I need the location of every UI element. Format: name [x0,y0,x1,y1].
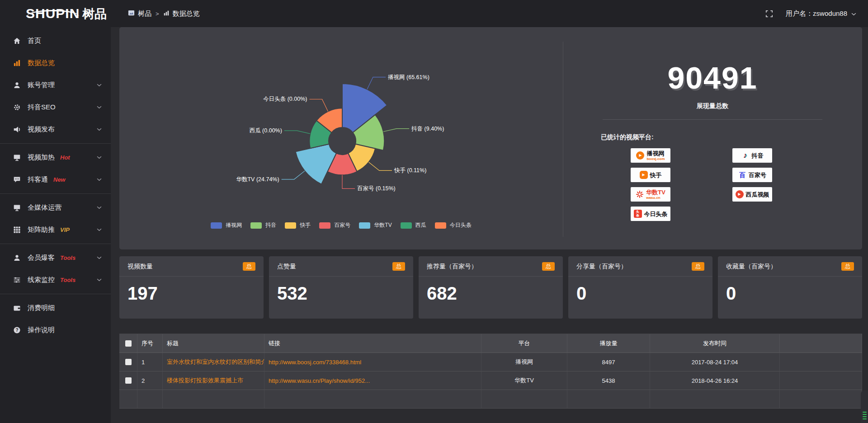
platform-subtext: wasu.cn [646,196,660,200]
pie-label-华数TV: 华数TV (24.74%) [236,176,279,183]
floating-widget[interactable] [861,390,868,423]
sidebar-item-首页[interactable]: 首页 [0,30,111,52]
select-all-checkbox[interactable] [125,340,132,347]
pie-slice-华数TV[interactable] [296,144,336,184]
legend-item-今日头条[interactable]: 今日头条 [435,221,472,229]
column-header: 序号 [137,334,163,353]
stat-card-header: 收藏量（百家号）总 [718,256,862,277]
stat-card-收藏量（百家号）: 收藏量（百家号）总0 [718,256,862,319]
legend-swatch [435,222,446,229]
legend-item-百家号[interactable]: 百家号 [319,221,350,229]
table-row: 2楼体投影灯投影效果震撼上市http://www.wasu.cn/Play/sh… [119,371,862,390]
sidebar-item-消费明细[interactable]: 消费明细 [0,297,111,319]
user-menu[interactable]: 用户名：zswodun88 [786,9,856,18]
legend-swatch [250,222,262,229]
platform-badge-grid: ▶播视网boosj.com♪抖音▶快手百百家号华数TVwasu.cn▶西瓜视频头… [631,148,862,221]
pie-label-播视网: 播视网 (65.61%) [388,74,429,80]
stat-card-header: 视频数量总 [119,256,264,277]
stat-card-label: 推荐量（百家号） [427,263,477,271]
sidebar-item-数据总览[interactable]: 数据总览 [0,52,111,74]
sidebar-item-label: 抖客通 [28,175,48,184]
sidebar-item-线索监控[interactable]: 线索监控Tools [0,269,111,291]
platform-badge-百家号: 百百家号 [732,168,772,182]
stat-card-label: 视频数量 [127,263,153,271]
breadcrumb-root[interactable]: 树品 [128,9,151,18]
label-line-百家号 [342,175,355,188]
table-row: 1室外水纹灯和室内水纹灯的区别和简介http://www.boosj.com/7… [119,353,862,371]
mini-chart-icon [163,10,170,18]
platform-badge-播视网: ▶播视网boosj.com [631,148,670,163]
cell-views: 8497 [567,353,650,371]
table-header-row: 序号标题链接平台播放量发布时间 [119,334,862,353]
platform-badge-抖音: ♪抖音 [732,148,772,163]
total-impressions-label: 展现量总数 [563,102,862,110]
breadcrumb-current[interactable]: 数据总览 [163,9,200,18]
cell-empty [567,390,650,409]
pie-label-百家号: 百家号 (0.15%) [357,185,396,192]
table-row-clipped [119,390,862,409]
legend-item-播视网[interactable]: 播视网 [211,221,242,229]
legend-item-抖音[interactable]: 抖音 [250,221,276,229]
total-badge: 总 [542,262,555,271]
legend-swatch [211,222,222,229]
legend-swatch [285,222,296,229]
platform-name: 西瓜视频 [746,192,769,197]
sidebar-divider [0,193,111,194]
app-logo[interactable]: SHUPIN 树品 [0,7,111,20]
column-header: 平台 [481,334,567,353]
row-checkbox[interactable] [125,359,132,365]
sidebar-item-label: 账号管理 [28,81,55,89]
monitor-icon [13,204,21,212]
legend-item-快手[interactable]: 快手 [285,221,311,229]
stat-card-header: 推荐量（百家号）总 [419,256,563,277]
row-checkbox[interactable] [125,377,132,384]
svg-text:?: ? [15,328,18,333]
label-line-快手 [369,162,392,171]
sidebar-item-全媒体运营[interactable]: 全媒体运营 [0,197,111,219]
cell-title[interactable]: 室外水纹灯和室内水纹灯的区别和简介 [163,353,264,371]
select-all-cell [119,334,137,353]
sidebar-item-badge: Tools [60,254,75,261]
cell-empty [264,390,481,409]
username-label: 用户名：zswodun88 [786,9,847,18]
cell-link[interactable]: http://www.wasu.cn/Play/show/id/952... [264,371,481,390]
sidebar-divider [0,294,111,294]
legend-item-华数TV[interactable]: 华数TV [359,221,392,229]
label-line-播视网 [367,77,386,89]
legend-label: 今日头条 [450,221,472,229]
legend-item-西瓜[interactable]: 西瓜 [401,221,426,229]
breadcrumb: 树品 > 数据总览 [128,9,200,18]
stat-card-label: 收藏量（百家号） [726,263,777,271]
stat-card-value: 197 [119,277,264,302]
fullscreen-icon[interactable] [765,10,773,18]
label-line-西瓜 [284,131,310,134]
sidebar-item-账号管理[interactable]: 账号管理 [0,74,111,96]
stat-card-value: 682 [419,277,563,302]
sidebar-item-操作说明[interactable]: ?操作说明 [0,319,111,341]
legend-label: 百家号 [334,221,350,229]
cell-title[interactable]: 楼体投影灯投影效果震撼上市 [163,371,264,390]
sidebar-item-label: 视频加热 [28,153,55,162]
chevron-down-icon [97,228,102,231]
sidebar-item-label: 全媒体运营 [28,203,61,212]
sidebar-item-视频加热[interactable]: 视频加热Hot [0,146,111,169]
sidebar-item-抖音SEO[interactable]: 抖音SEO [0,96,111,118]
chart-legend: 播视网抖音快手百家号华数TV西瓜今日头条 [119,221,563,229]
cell-empty [780,353,862,371]
monitor-heat-icon [13,154,21,162]
sidebar-item-会员爆客[interactable]: 会员爆客Tools [0,247,111,269]
chevron-down-icon [97,106,102,109]
sidebar-item-抖客通[interactable]: 抖客通New [0,169,111,191]
stat-card-value: 0 [718,277,862,302]
cell-link[interactable]: http://www.boosj.com/7338468.html [264,353,481,371]
sidebar-item-label: 数据总览 [28,59,55,67]
stat-card-视频数量: 视频数量总197 [119,256,264,319]
platform-badge-今日头条: 头条今日头条 [631,207,670,221]
stat-card-推荐量（百家号）: 推荐量（百家号）总682 [419,256,563,319]
pie-label-今日头条: 今日头条 (0.00%) [263,96,307,102]
sidebar-item-矩阵助推[interactable]: 矩阵助推VIP [0,219,111,241]
legend-swatch [319,222,330,229]
sidebar-item-视频发布[interactable]: 视频发布 [0,118,111,141]
cell-empty [163,390,264,409]
sliders-icon [13,276,21,284]
